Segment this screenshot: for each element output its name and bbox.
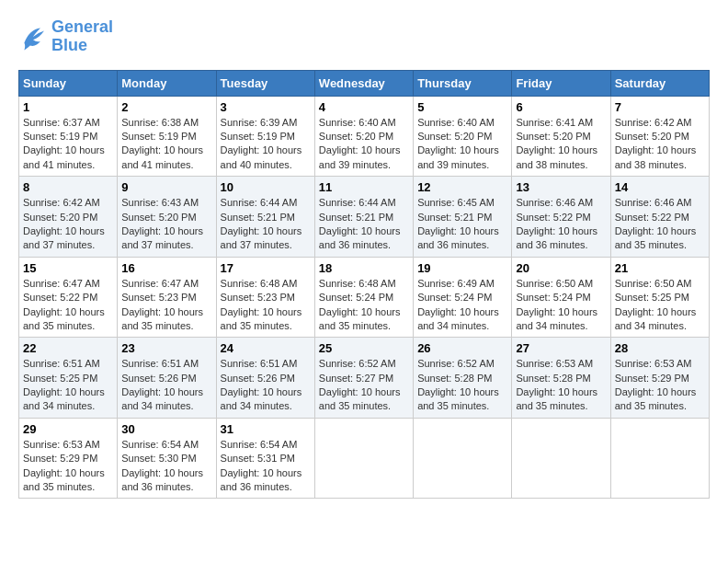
daylight-label: Daylight: 10 hours and 36 minutes. <box>221 467 302 492</box>
daylight-label: Daylight: 10 hours and 35 minutes. <box>319 306 401 331</box>
sunrise-label: Sunrise: <box>417 197 457 208</box>
day-number: 3 <box>221 100 311 114</box>
sunset-label: Sunset: <box>121 292 158 303</box>
day-number: 8 <box>23 180 113 194</box>
day-info: Sunrise: 6:53 AM Sunset: 5:28 PM Dayligh… <box>516 357 606 414</box>
sunrise-label: Sunrise: <box>23 197 63 208</box>
sunset-label: Sunset: <box>221 453 257 464</box>
weekday-header-saturday: Saturday <box>610 70 709 96</box>
calendar-cell: 16 Sunrise: 6:47 AM Sunset: 5:23 PM Dayl… <box>118 257 216 338</box>
sunset-label: Sunset: <box>23 212 60 223</box>
calendar-cell <box>314 418 413 499</box>
day-number: 5 <box>417 100 507 114</box>
day-info: Sunrise: 6:44 AM Sunset: 5:21 PM Dayligh… <box>319 196 409 253</box>
calendar-cell: 15 Sunrise: 6:47 AM Sunset: 5:22 PM Dayl… <box>19 257 118 338</box>
sunset-label: Sunset: <box>615 212 652 223</box>
sunrise-value: 6:39 AM <box>260 117 297 128</box>
day-info: Sunrise: 6:49 AM Sunset: 5:24 PM Dayligh… <box>417 277 507 334</box>
sunset-label: Sunset: <box>417 292 454 303</box>
daylight-label: Daylight: 10 hours and 37 minutes. <box>121 225 203 250</box>
day-info: Sunrise: 6:48 AM Sunset: 5:24 PM Dayligh… <box>319 277 409 334</box>
sunrise-label: Sunrise: <box>319 197 358 208</box>
daylight-label: Daylight: 10 hours and 41 minutes. <box>23 144 105 169</box>
sunset-label: Sunset: <box>417 212 454 223</box>
calendar-cell: 12 Sunrise: 6:45 AM Sunset: 5:21 PM Dayl… <box>414 177 512 258</box>
sunset-label: Sunset: <box>319 373 356 384</box>
sunrise-label: Sunrise: <box>221 197 260 208</box>
sunset-value: 5:26 PM <box>257 373 295 384</box>
calendar-cell: 13 Sunrise: 6:46 AM Sunset: 5:22 PM Dayl… <box>512 177 610 258</box>
sunset-value: 5:30 PM <box>159 453 197 464</box>
sunrise-label: Sunrise: <box>121 439 161 450</box>
calendar-cell: 4 Sunrise: 6:40 AM Sunset: 5:20 PM Dayli… <box>314 96 413 177</box>
sunrise-value: 6:47 AM <box>162 278 199 289</box>
sunrise-label: Sunrise: <box>417 358 457 369</box>
day-number: 17 <box>221 261 311 275</box>
sunrise-label: Sunrise: <box>417 278 457 289</box>
sunset-value: 5:24 PM <box>356 292 393 303</box>
sunrise-label: Sunrise: <box>221 278 260 289</box>
sunrise-value: 6:41 AM <box>556 117 593 128</box>
day-number: 20 <box>516 261 606 275</box>
day-number: 6 <box>516 100 606 114</box>
day-number: 15 <box>23 261 113 275</box>
sunset-label: Sunset: <box>319 292 356 303</box>
sunset-value: 5:27 PM <box>356 373 393 384</box>
day-number: 27 <box>516 341 606 355</box>
sunrise-value: 6:53 AM <box>63 439 99 450</box>
sunset-value: 5:22 PM <box>553 212 591 223</box>
day-info: Sunrise: 6:40 AM Sunset: 5:20 PM Dayligh… <box>417 116 507 173</box>
calendar-cell: 25 Sunrise: 6:52 AM Sunset: 5:27 PM Dayl… <box>314 338 413 419</box>
sunset-value: 5:23 PM <box>159 292 197 303</box>
day-info: Sunrise: 6:42 AM Sunset: 5:20 PM Dayligh… <box>23 196 113 253</box>
calendar-cell <box>610 418 709 499</box>
sunset-label: Sunset: <box>23 131 60 142</box>
sunrise-value: 6:50 AM <box>654 278 691 289</box>
sunset-value: 5:20 PM <box>159 212 197 223</box>
sunrise-value: 6:51 AM <box>63 358 99 369</box>
day-number: 2 <box>121 100 211 114</box>
sunrise-label: Sunrise: <box>23 117 63 128</box>
day-number: 26 <box>417 341 507 355</box>
daylight-label: Daylight: 10 hours and 35 minutes. <box>615 386 697 411</box>
sunrise-label: Sunrise: <box>615 278 654 289</box>
daylight-label: Daylight: 10 hours and 36 minutes. <box>417 225 499 250</box>
logo: General Blue <box>18 18 113 55</box>
sunset-value: 5:21 PM <box>454 212 492 223</box>
day-number: 25 <box>319 341 409 355</box>
sunrise-value: 6:52 AM <box>458 358 495 369</box>
day-number: 18 <box>319 261 409 275</box>
calendar-cell <box>512 418 610 499</box>
day-number: 13 <box>516 180 606 194</box>
weekday-header-thursday: Thursday <box>414 70 512 96</box>
day-number: 11 <box>319 180 409 194</box>
sunset-value: 5:20 PM <box>356 131 393 142</box>
calendar-cell: 18 Sunrise: 6:48 AM Sunset: 5:24 PM Dayl… <box>314 257 413 338</box>
logo-text-blue: Blue <box>51 37 113 55</box>
sunrise-value: 6:40 AM <box>358 117 395 128</box>
day-info: Sunrise: 6:39 AM Sunset: 5:19 PM Dayligh… <box>221 116 311 173</box>
sunset-label: Sunset: <box>221 212 257 223</box>
sunset-label: Sunset: <box>121 212 158 223</box>
weekday-header-wednesday: Wednesday <box>314 70 413 96</box>
daylight-label: Daylight: 10 hours and 39 minutes. <box>319 144 401 169</box>
sunset-label: Sunset: <box>121 131 158 142</box>
sunset-value: 5:23 PM <box>257 292 295 303</box>
sunrise-value: 6:40 AM <box>458 117 495 128</box>
day-number: 14 <box>615 180 705 194</box>
day-info: Sunrise: 6:41 AM Sunset: 5:20 PM Dayligh… <box>516 116 606 173</box>
sunset-value: 5:24 PM <box>454 292 492 303</box>
sunset-value: 5:20 PM <box>454 131 492 142</box>
sunrise-label: Sunrise: <box>319 358 358 369</box>
calendar-cell: 1 Sunrise: 6:37 AM Sunset: 5:19 PM Dayli… <box>19 96 118 177</box>
daylight-label: Daylight: 10 hours and 36 minutes. <box>516 225 597 250</box>
sunrise-label: Sunrise: <box>221 439 260 450</box>
calendar-cell: 14 Sunrise: 6:46 AM Sunset: 5:22 PM Dayl… <box>610 177 709 258</box>
sunrise-value: 6:44 AM <box>358 197 395 208</box>
day-info: Sunrise: 6:52 AM Sunset: 5:28 PM Dayligh… <box>417 357 507 414</box>
day-number: 22 <box>23 341 113 355</box>
sunrise-label: Sunrise: <box>121 358 161 369</box>
sunset-value: 5:19 PM <box>60 131 97 142</box>
day-info: Sunrise: 6:40 AM Sunset: 5:20 PM Dayligh… <box>319 116 409 173</box>
day-number: 4 <box>319 100 409 114</box>
